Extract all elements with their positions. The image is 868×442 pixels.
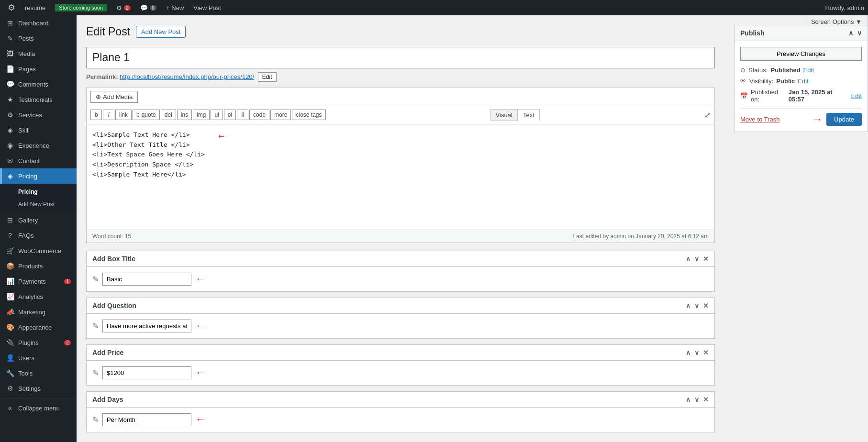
- publish-collapse-down[interactable]: ∨: [857, 29, 862, 37]
- published-edit-link[interactable]: Edit: [851, 92, 862, 99]
- sidebar-item-media[interactable]: 🖼 Media: [0, 46, 77, 61]
- sidebar-item-analytics[interactable]: 📈 Analytics: [0, 289, 77, 304]
- experience-icon: ◉: [6, 142, 14, 149]
- collapse-up-icon-d[interactable]: ∧: [686, 396, 690, 403]
- price-input[interactable]: [102, 366, 191, 379]
- meta-box-header-title[interactable]: Add Box Title ∧ ∨ ✕: [87, 251, 714, 267]
- sidebar-item-appearance[interactable]: 🎨 Appearance: [0, 320, 77, 335]
- add-new-post-button[interactable]: Add New Post: [136, 26, 186, 38]
- italic-button[interactable]: i: [103, 110, 114, 120]
- question-input[interactable]: [102, 320, 191, 332]
- edit-pencil-icon-days[interactable]: ✎: [92, 415, 99, 424]
- box-title-input[interactable]: [102, 273, 191, 286]
- sidebar-label-appearance: Appearance: [18, 324, 71, 331]
- sidebar-item-payments[interactable]: 📊 Payments 1: [0, 274, 77, 289]
- collapse-down-icon-p[interactable]: ∨: [694, 349, 699, 356]
- close-metabox-icon[interactable]: ✕: [703, 255, 709, 263]
- sidebar-item-services[interactable]: ⚙ Services: [0, 107, 77, 122]
- sidebar-item-skill[interactable]: ◈ Skill: [0, 122, 77, 138]
- sidebar-item-settings[interactable]: ⚙ Settings: [0, 381, 77, 396]
- submenu-item-all-pricing[interactable]: Pricing: [0, 186, 77, 198]
- collapse-down-icon-d[interactable]: ∨: [694, 396, 699, 403]
- editor-expand-icon[interactable]: ⤢: [704, 110, 711, 120]
- sidebar-item-plugins[interactable]: 🔌 Plugins 2: [0, 335, 77, 350]
- bold-button[interactable]: b: [90, 110, 102, 120]
- permalink-edit-button[interactable]: Edit: [258, 72, 277, 82]
- visual-tab[interactable]: Visual: [490, 109, 518, 121]
- sidebar-item-posts[interactable]: ✎ Posts: [0, 31, 77, 46]
- move-to-trash-link[interactable]: Move to Trash: [740, 116, 779, 123]
- del-button[interactable]: del: [161, 110, 176, 120]
- collapse-down-icon-q[interactable]: ∨: [694, 302, 699, 309]
- sidebar-item-comments[interactable]: 💬 Comments: [0, 77, 77, 92]
- visibility-edit-link[interactable]: Edit: [798, 77, 808, 85]
- sidebar-item-woocommerce[interactable]: 🛒 WooCommerce: [0, 243, 77, 258]
- close-metabox-icon-d[interactable]: ✕: [703, 396, 709, 403]
- sidebar-item-pricing[interactable]: ◈ Pricing: [0, 168, 77, 184]
- adminbar-view-post[interactable]: View Post: [189, 0, 225, 15]
- sidebar-label-settings: Settings: [18, 385, 71, 392]
- submenu-item-add-new-post[interactable]: Add New Post: [0, 198, 77, 210]
- post-title-input[interactable]: [86, 47, 715, 68]
- sidebar-item-users[interactable]: 👤 Users: [0, 350, 77, 365]
- collapse-up-icon-q[interactable]: ∧: [686, 302, 690, 309]
- sidebar-item-faqs[interactable]: ? FAQs: [0, 228, 77, 243]
- sidebar-item-contact[interactable]: ✉ Contact: [0, 153, 77, 168]
- sidebar-item-pages[interactable]: 📄 Pages: [0, 61, 77, 77]
- days-input[interactable]: [102, 413, 191, 426]
- adminbar-site-name[interactable]: resume: [21, 0, 49, 15]
- update-button[interactable]: Update: [826, 113, 862, 126]
- sidebar-label-testimonials: Testimonials: [18, 96, 71, 103]
- img-button[interactable]: img: [193, 110, 210, 120]
- publish-collapse-up[interactable]: ∧: [848, 29, 853, 37]
- meta-box-header-price[interactable]: Add Price ∧ ∨ ✕: [87, 345, 714, 361]
- permalink-url[interactable]: http://localhost/resume/index.php/our-pr…: [120, 73, 254, 80]
- close-tags-button[interactable]: close tags: [292, 110, 325, 120]
- collapse-up-icon-p[interactable]: ∧: [686, 349, 690, 356]
- wp-logo[interactable]: ⚙: [4, 0, 19, 15]
- close-metabox-icon-q[interactable]: ✕: [703, 302, 709, 309]
- meta-box-add-days: Add Days ∧ ∨ ✕ ✎ ←: [86, 391, 715, 432]
- close-metabox-icon-p[interactable]: ✕: [703, 349, 709, 356]
- sidebar-label-users: Users: [18, 354, 71, 362]
- more-button[interactable]: more: [270, 110, 291, 120]
- sidebar-item-experience[interactable]: ◉ Experience: [0, 138, 77, 153]
- add-media-button[interactable]: ⊕ Add Media: [90, 91, 138, 103]
- sidebar-item-tools[interactable]: 🔧 Tools: [0, 365, 77, 381]
- payments-icon: 📊: [6, 277, 14, 285]
- status-edit-link[interactable]: Edit: [803, 66, 814, 74]
- ins-button[interactable]: ins: [177, 110, 192, 120]
- sidebar-item-gallery[interactable]: ⊟ Gallery: [0, 212, 77, 228]
- code-button[interactable]: code: [249, 110, 269, 120]
- ol-button[interactable]: ol: [224, 110, 236, 120]
- collapse-up-icon[interactable]: ∧: [686, 255, 690, 263]
- editor-content-area[interactable]: <li>Sample Text Here </li> <li>Other Tex…: [87, 124, 714, 230]
- plugins-badge: 2: [64, 340, 71, 345]
- published-value: Jan 15, 2025 at 05:57: [789, 88, 846, 103]
- text-tab[interactable]: Text: [518, 109, 540, 121]
- edit-pencil-icon-question[interactable]: ✎: [92, 321, 99, 331]
- adminbar-new[interactable]: + New: [162, 0, 188, 15]
- li-button[interactable]: li: [237, 110, 248, 120]
- sidebar-item-collapse[interactable]: « Collapse menu: [0, 400, 77, 416]
- sidebar-item-dashboard[interactable]: ⊞ Dashboard: [0, 15, 77, 31]
- sidebar-item-marketing[interactable]: 📣 Marketing: [0, 304, 77, 320]
- meta-box-add-price: Add Price ∧ ∨ ✕ ✎ ←: [86, 344, 715, 386]
- bquote-button[interactable]: b-quote: [133, 110, 160, 120]
- edit-pencil-icon-title[interactable]: ✎: [92, 275, 99, 284]
- ul-button[interactable]: ul: [211, 110, 223, 120]
- editor-format-buttons: b i link b-quote del ins img ul ol li co…: [90, 110, 326, 120]
- sidebar-item-testimonials[interactable]: ★ Testimonials: [0, 92, 77, 107]
- preview-changes-button[interactable]: Preview Changes: [740, 47, 862, 61]
- adminbar-comments[interactable]: 💬 0: [136, 0, 160, 15]
- sidebar-item-products[interactable]: 📦 Products: [0, 258, 77, 274]
- meta-box-header-question[interactable]: Add Question ∧ ∨ ✕: [87, 298, 714, 314]
- meta-box-body-price: ✎ ←: [87, 361, 714, 385]
- collapse-down-icon[interactable]: ∨: [694, 255, 699, 263]
- edit-pencil-icon-price[interactable]: ✎: [92, 368, 99, 377]
- meta-box-header-days[interactable]: Add Days ∧ ∨ ✕: [87, 392, 714, 408]
- adminbar-updates[interactable]: ⚙ 2: [112, 0, 134, 15]
- link-button[interactable]: link: [115, 110, 132, 120]
- update-arrow: →: [812, 113, 823, 126]
- editor-tabs: Visual Text: [490, 109, 540, 121]
